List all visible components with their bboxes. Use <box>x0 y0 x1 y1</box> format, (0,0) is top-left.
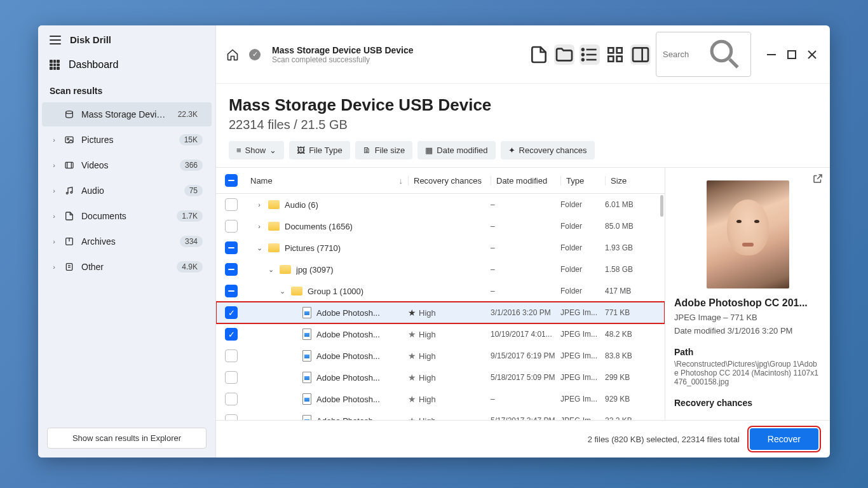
row-checkbox[interactable]: ✓ <box>225 306 238 319</box>
svg-line-26 <box>729 59 738 67</box>
sidebar-dashboard[interactable]: Dashboard <box>38 54 215 76</box>
sidebar-item-other[interactable]: ›Other4.9K <box>42 255 212 279</box>
sidebar-item-count: 366 <box>180 159 203 171</box>
sidebar-item-drive[interactable]: Mass Storage Device U...22.3K <box>42 102 212 126</box>
sidebar-item-label: Mass Storage Device U... <box>81 109 166 119</box>
row-checkbox[interactable]: ✓ <box>225 328 238 341</box>
file-icon <box>302 307 311 318</box>
table-row[interactable]: ⌄Pictures (7710)–Folder1.93 GB <box>216 237 665 259</box>
sidebar-item-archives[interactable]: ›Archives334 <box>42 229 212 254</box>
sort-arrow-icon: ↓ <box>399 176 403 186</box>
table-row[interactable]: ✓Adobe Photosh...★High3/1/2016 3:20 PMJP… <box>216 302 665 323</box>
svg-rect-19 <box>608 48 613 53</box>
row-checkbox[interactable] <box>225 285 238 297</box>
svg-point-2 <box>67 138 69 140</box>
show-filter-button[interactable]: ≡Show⌄ <box>229 141 284 159</box>
svg-rect-23 <box>633 48 648 61</box>
sidebar-item-pictures[interactable]: ›Pictures15K <box>42 128 212 152</box>
row-checkbox[interactable] <box>225 414 238 420</box>
date-modified-filter-button[interactable]: ▦Date modified <box>417 141 495 159</box>
table-row[interactable]: ✓Adobe Photosh...★High10/19/2017 4:01...… <box>216 323 665 345</box>
sidebar-item-documents[interactable]: ›Documents1.7K <box>42 204 212 228</box>
detail-recovery-label: Recovery chances <box>674 398 821 408</box>
expand-toggle[interactable]: ⌄ <box>273 287 291 295</box>
hamburger-icon[interactable] <box>50 36 61 44</box>
svg-point-25 <box>712 41 731 61</box>
chevron-right-icon: › <box>51 187 57 194</box>
archives-icon <box>64 236 75 247</box>
popout-icon[interactable] <box>812 173 824 184</box>
main-area: ✓ Mass Storage Device USB Device Scan co… <box>216 25 830 458</box>
svg-rect-3 <box>65 162 73 168</box>
row-size: 929 KB <box>605 395 656 403</box>
column-date[interactable]: Date modified <box>491 176 560 186</box>
panel-view-button[interactable] <box>630 44 651 65</box>
topbar-title-block: Mass Storage Device USB Device Scan comp… <box>272 45 522 64</box>
scrollbar-thumb[interactable] <box>660 195 663 217</box>
svg-rect-28 <box>788 51 796 58</box>
sidebar-section-title: Scan results <box>38 76 215 101</box>
table-row[interactable]: ⌄Group 1 (1000)–Folder417 MB <box>216 280 665 302</box>
row-checkbox[interactable] <box>225 371 238 384</box>
select-all-checkbox[interactable] <box>225 174 238 187</box>
table-row[interactable]: Adobe Photosh...★High5/18/2017 5:09 PMJP… <box>216 367 665 388</box>
maximize-button[interactable] <box>784 47 799 62</box>
row-checkbox[interactable] <box>225 263 238 276</box>
row-date: – <box>491 395 560 403</box>
minimize-button[interactable] <box>764 47 779 62</box>
expand-toggle[interactable]: ⌄ <box>262 266 280 274</box>
app-title: Disk Drill <box>70 34 111 45</box>
folder-icon <box>291 287 302 295</box>
expand-toggle[interactable]: › <box>250 222 268 230</box>
close-button[interactable] <box>804 47 820 62</box>
file-size-filter-button[interactable]: 🗎File size <box>355 141 413 159</box>
topbar-title: Mass Storage Device USB Device <box>272 45 522 55</box>
table-row[interactable]: ›Documents (1656)–Folder85.0 MB <box>216 215 665 237</box>
row-name: Adobe Photosh... <box>316 373 380 383</box>
row-checkbox[interactable] <box>225 220 238 233</box>
table-row[interactable]: ›Audio (6)–Folder6.01 MB <box>216 194 665 215</box>
sidebar-item-videos[interactable]: ›Videos366 <box>42 153 212 177</box>
column-name[interactable]: Name↓ <box>250 176 408 186</box>
list-view-button[interactable] <box>580 44 600 65</box>
expand-toggle[interactable]: › <box>250 201 268 208</box>
folder-icon-button[interactable] <box>554 44 574 65</box>
recovery-value: High <box>419 308 436 318</box>
table-row[interactable]: Adobe Photosh...★High9/15/2017 6:19 PMJP… <box>216 345 665 367</box>
table-row[interactable]: ⌄jpg (3097)–Folder1.58 GB <box>216 259 665 280</box>
row-size: 771 KB <box>605 308 656 317</box>
sidebar-item-audio[interactable]: ›Audio75 <box>42 179 212 203</box>
row-checkbox[interactable] <box>225 198 238 211</box>
column-type[interactable]: Type <box>560 176 605 186</box>
check-circle-icon: ✓ <box>249 49 261 60</box>
row-checkbox[interactable] <box>225 241 238 254</box>
picture-icon: 🖼 <box>297 146 305 155</box>
table-row[interactable]: Adobe Photosh...★High–JPEG Im...929 KB <box>216 388 665 410</box>
chevron-down-icon: ⌄ <box>269 146 276 155</box>
row-checkbox[interactable] <box>225 349 238 362</box>
file-icon-button[interactable] <box>529 44 549 65</box>
recovery-chances-filter-button[interactable]: ✦Recovery chances <box>501 141 595 159</box>
expand-toggle[interactable]: ⌄ <box>250 244 268 252</box>
table-row[interactable]: Adobe Photosh...★High5/17/2017 3:47 PMJP… <box>216 410 665 420</box>
sidebar-item-count: 75 <box>184 185 203 196</box>
row-type: JPEG Im... <box>560 330 605 339</box>
file-type-filter-button[interactable]: 🖼File Type <box>289 141 350 159</box>
column-size[interactable]: Size <box>605 176 656 186</box>
row-type: JPEG Im... <box>560 373 605 382</box>
row-name: Adobe Photosh... <box>316 416 380 421</box>
table-body[interactable]: ›Audio (6)–Folder6.01 MB›Documents (1656… <box>216 194 665 420</box>
star-icon: ★ <box>408 351 416 361</box>
recover-button[interactable]: Recover <box>750 428 818 450</box>
column-recovery[interactable]: Recovery chances <box>408 176 491 186</box>
search-input[interactable] <box>663 50 702 59</box>
row-checkbox[interactable] <box>225 393 238 405</box>
row-size: 22.2 KB <box>605 416 656 420</box>
home-icon[interactable] <box>226 48 239 61</box>
svg-point-7 <box>71 191 72 193</box>
search-box[interactable] <box>656 32 751 77</box>
row-date: – <box>491 222 560 231</box>
grid-view-button[interactable] <box>605 44 625 65</box>
row-name: Documents (1656) <box>285 222 353 231</box>
show-in-explorer-button[interactable]: Show scan results in Explorer <box>47 428 207 449</box>
